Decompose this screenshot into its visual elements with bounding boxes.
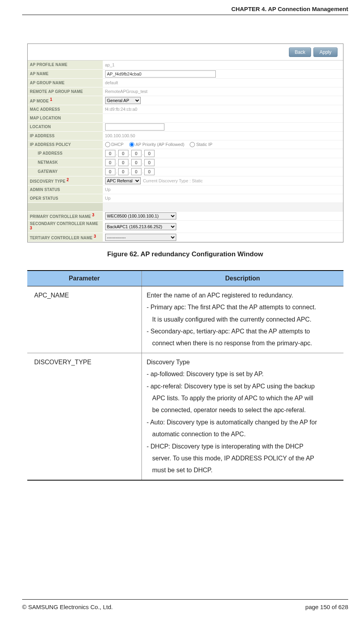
ip-oct-2[interactable]: [131, 150, 141, 157]
value-sub-ip: ...: [103, 149, 343, 158]
label-ip-address: IP ADDRESS: [28, 131, 103, 140]
radio-static-text: Static IP: [196, 142, 212, 147]
desc-line: connect when there is no response from t…: [147, 337, 339, 349]
back-button[interactable]: Back: [289, 47, 311, 57]
radio-dhcp[interactable]: [105, 142, 110, 147]
desc-line: - Primary apc: The first APC that the AP…: [147, 304, 316, 310]
label-primary-ctrl-text: PRIMARY CONTROLLER NAME: [30, 214, 91, 219]
page-header-chapter: CHAPTER 4. AP Connection Management: [22, 5, 348, 15]
label-mac-address: MAC ADDRESS: [28, 105, 103, 114]
row-mac-address: MAC ADDRESS f4:d9:fb:24:cb:a0: [28, 105, 343, 114]
value-ip-address: 100.100.100.50: [103, 131, 343, 140]
nm-oct-1[interactable]: [118, 159, 128, 166]
gw-oct-0[interactable]: [105, 168, 115, 175]
nm-oct-2[interactable]: [131, 159, 141, 166]
radio-ap-priority[interactable]: [129, 142, 134, 147]
nm-oct-3[interactable]: [144, 159, 155, 166]
value-admin-status: Up: [103, 185, 343, 194]
ip-oct-1[interactable]: [118, 150, 128, 157]
row-ap-profile-name: AP PROFILE NAME ap_1: [28, 61, 343, 69]
parameter-description-table: Parameter Description APC_NAME Enter the…: [27, 270, 343, 481]
location-input[interactable]: [105, 123, 164, 131]
radio-static[interactable]: [190, 142, 195, 147]
label-sub-ip: IP ADDRESS: [28, 149, 103, 158]
top-button-bar: Back Apply: [28, 44, 343, 61]
value-map-location: [103, 114, 343, 122]
gw-oct-3[interactable]: [144, 168, 155, 175]
col-header-description: Description: [142, 271, 343, 286]
label-ap-name: AP NAME: [28, 69, 103, 78]
row-sub-gateway: GATEWAY ...: [28, 167, 343, 176]
value-ap-mode: General AP: [103, 96, 343, 105]
desc-line: be connected, operator needs to select t…: [147, 404, 339, 416]
value-sub-gateway: ...: [103, 167, 343, 176]
desc-line: Enter the name of an APC registered to r…: [147, 292, 293, 299]
label-tertiary-ctrl-text: TERTIARY CONTROLLER NAME: [30, 236, 93, 240]
radio-dhcp-label[interactable]: DHCP: [105, 142, 124, 147]
ap-mode-note: 1: [50, 97, 52, 102]
footer-rule: [22, 599, 348, 600]
discovery-type-note: 2: [67, 178, 69, 182]
row-sub-netmask: NETMASK ...: [28, 158, 343, 167]
value-ip-policy: DHCP AP Priority (AP Followed) Static IP: [103, 140, 343, 149]
label-ap-mode-text: AP MODE: [30, 99, 49, 103]
label-location: LOCATION: [28, 122, 103, 131]
value-remote-ap-group-name: RemoteAPGroup_test: [103, 87, 343, 96]
desc-line: server. To use this mode, IP ADDRESS POL…: [147, 452, 339, 464]
secondary-ctrl-note: 3: [30, 226, 32, 230]
primary-ctrl-select[interactable]: WEC8500 (100.100.100.1): [105, 212, 176, 220]
row-secondary-ctrl: SECONDARY CONTROLLER NAME 3 BackAPC1 (16…: [28, 220, 343, 233]
desc-line: APC lists. To apply the priority of APC …: [147, 392, 339, 404]
label-ap-mode: AP MODE 1: [28, 96, 103, 105]
desc-line: It is usually configured with the curren…: [147, 314, 339, 326]
row-sub-ip: IP ADDRESS ...: [28, 149, 343, 158]
ap-name-input[interactable]: [105, 70, 216, 78]
desc-line: - DHCP: Discovery type is interoperating…: [147, 443, 304, 450]
gw-oct-1[interactable]: [118, 168, 128, 175]
label-tertiary-ctrl: TERTIARY CONTROLLER NAME 3: [28, 233, 103, 242]
apply-button[interactable]: Apply: [313, 47, 337, 57]
separator-row: [28, 203, 343, 211]
row-oper-status: OPER STATUS Up: [28, 194, 343, 203]
label-secondary-ctrl: SECONDARY CONTROLLER NAME 3: [28, 220, 103, 233]
desc-line: automatic connection to the APC.: [147, 428, 339, 440]
radio-ap-priority-label[interactable]: AP Priority (AP Followed): [129, 142, 185, 147]
secondary-ctrl-select[interactable]: BackAPC1 (165.213.66.252): [105, 223, 176, 230]
label-oper-status: OPER STATUS: [28, 194, 103, 203]
row-discovery-type: DISCOVERY TYPE 2 APC Referral Current Di…: [28, 176, 343, 185]
desc-apc-name: Enter the name of an APC registered to r…: [142, 286, 343, 353]
tertiary-ctrl-select[interactable]: -------------: [105, 234, 176, 241]
row-location: LOCATION: [28, 122, 343, 131]
label-secondary-ctrl-text: SECONDARY CONTROLLER NAME: [30, 221, 98, 226]
primary-ctrl-note: 3: [92, 213, 94, 217]
col-header-parameter: Parameter: [27, 271, 142, 286]
nm-oct-0[interactable]: [105, 159, 115, 166]
figure-caption: Figure 62. AP redundancy Configuration W…: [22, 250, 348, 258]
value-ap-name: [103, 69, 343, 78]
label-map-location: MAP LOCATION: [28, 114, 103, 122]
value-sub-netmask: ...: [103, 158, 343, 167]
label-ip-policy: IP ADDRESS POLICY: [28, 140, 103, 149]
ip-oct-3[interactable]: [144, 150, 155, 157]
ip-oct-0[interactable]: [105, 150, 115, 157]
ap-mode-select[interactable]: General AP: [105, 97, 141, 104]
desc-line: must be set to DHCP.: [147, 464, 339, 476]
value-ap-profile-name: ap_1: [103, 61, 343, 69]
label-ap-group-name: AP GROUP NAME: [28, 78, 103, 87]
row-tertiary-ctrl: TERTIARY CONTROLLER NAME 3 -------------: [28, 233, 343, 242]
desc-discovery-type: Discovery Type - ap-followed: Discovery …: [142, 353, 343, 480]
param-apc-name: APC_NAME: [27, 286, 142, 353]
value-secondary-ctrl: BackAPC1 (165.213.66.252): [103, 220, 343, 233]
discovery-type-select[interactable]: APC Referral: [105, 177, 141, 184]
discovery-type-hint: Current Discovery Type : Static: [143, 178, 203, 183]
header-rule: [22, 15, 348, 15]
radio-dhcp-text: DHCP: [111, 142, 124, 147]
radio-static-label[interactable]: Static IP: [190, 142, 212, 147]
desc-line: Discovery Type: [147, 359, 190, 365]
page-footer: © SAMSUNG Electronics Co., Ltd. page 150…: [22, 599, 348, 610]
value-primary-ctrl: WEC8500 (100.100.100.1): [103, 211, 343, 220]
value-tertiary-ctrl: -------------: [103, 233, 343, 242]
gw-oct-2[interactable]: [131, 168, 141, 175]
label-primary-ctrl: PRIMARY CONTROLLER NAME 3: [28, 211, 103, 220]
footer-page-number: page 150 of 628: [306, 604, 348, 610]
